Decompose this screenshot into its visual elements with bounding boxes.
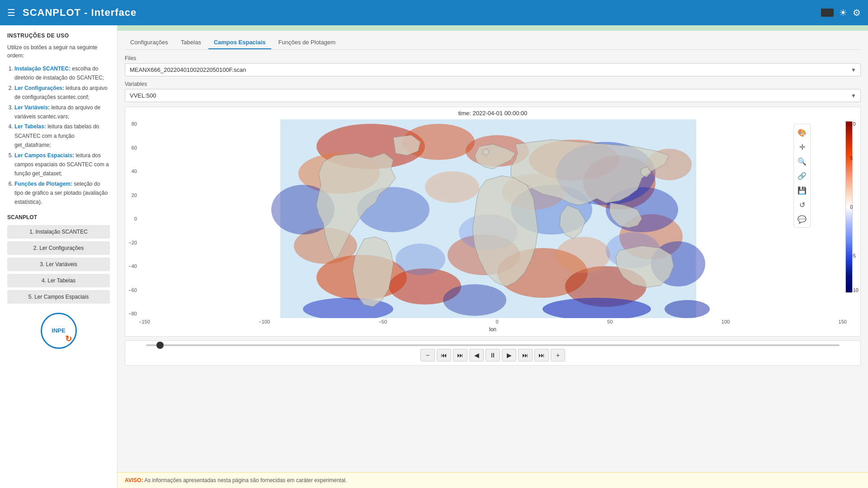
variables-label: Variables <box>125 81 861 87</box>
brightness-icon[interactable]: ☀ <box>839 7 847 18</box>
files-label: Files <box>125 55 861 61</box>
step-back-btn[interactable]: ⏭ <box>453 349 467 361</box>
top-bar <box>118 25 868 31</box>
main-content: Configurações Tabelas Campos Espaciais F… <box>118 25 868 488</box>
inpe-logo: INPE ↻ <box>7 313 110 349</box>
playback-slider-row <box>132 344 853 346</box>
btn-campos[interactable]: 5. Ler Campos Espaciais <box>7 290 110 304</box>
comment-btn[interactable]: 💬 <box>796 213 808 225</box>
tab-configuracoes[interactable]: Configurações <box>125 36 174 49</box>
map-toolbar: 🎨 ✛ 🔍 🔗 💾 ↺ 💬 <box>793 124 811 228</box>
map-container: time: 2022-04-01 00:00:00 80 60 40 20 0 … <box>125 107 861 337</box>
variables-select[interactable]: VVEL:500 <box>125 89 861 102</box>
map-canvas: 🎨 ✛ 🔍 🔗 💾 ↺ 💬 <box>139 119 838 318</box>
lon-axis: −150 −100 −50 0 50 100 150 <box>125 318 860 325</box>
playback-slider[interactable] <box>146 344 840 346</box>
skip-to-end-btn[interactable]: ⏭ <box>534 349 549 361</box>
instructions-list: Instalação SCANTEC: escolha do diretório… <box>7 64 110 207</box>
warning-bar: AVISO: As informações apresentadas nesta… <box>118 472 868 488</box>
scanplot-section-title: SCANPLOT <box>7 214 110 221</box>
svg-point-20 <box>443 284 506 316</box>
lon-axis-title: lon <box>125 325 860 333</box>
link-btn[interactable]: 🔗 <box>796 169 808 182</box>
speed-plus-btn[interactable]: + <box>551 349 565 361</box>
svg-point-29 <box>396 244 445 275</box>
files-row: Files MEANX666_20220401002022050100F.sca… <box>125 55 861 76</box>
playback-thumb[interactable] <box>156 342 164 349</box>
warning-text: As informações apresentadas nesta página… <box>144 477 347 483</box>
color-picker-btn[interactable]: 🎨 <box>796 126 808 139</box>
next-frame-btn[interactable]: ⏭ <box>518 349 533 361</box>
svg-point-24 <box>425 171 479 203</box>
tab-campos-espaciais[interactable]: Campos Espaciais <box>208 36 271 49</box>
zoom-btn[interactable]: 🔍 <box>796 155 808 168</box>
world-map-svg <box>139 119 838 318</box>
app-title: SCANPLOT - Interface <box>23 7 137 19</box>
btn-tabelas[interactable]: 4. Ler Tabelas <box>7 274 110 287</box>
speed-minus-btn[interactable]: − <box>420 349 435 361</box>
header-icons: ☀ ⚙ <box>821 7 861 18</box>
content-area: Configurações Tabelas Campos Espaciais F… <box>118 31 868 472</box>
tab-funcoes-plotagem[interactable]: Funções de Plotagem <box>273 36 341 49</box>
lat-axis: 80 60 40 20 0 −20 −40 −60 −80 <box>125 119 139 318</box>
prev-frame-btn[interactable]: ◀ <box>469 349 484 361</box>
btn-configuracoes[interactable]: 2. Ler Configurações <box>7 241 110 255</box>
skip-to-start-btn[interactable]: ⏮ <box>437 349 451 361</box>
play-btn[interactable]: ▶ <box>502 349 516 361</box>
app-header: ☰ SCANPLOT - Interface ☀ ⚙ <box>0 0 868 25</box>
save-btn[interactable]: 💾 <box>796 184 808 197</box>
colorbar: 10 5 0 −5 −10 <box>838 119 860 318</box>
instructions-title: INSTRUÇÕES DE USO <box>7 33 110 39</box>
files-select[interactable]: MEANX666_20220401002022050100F.scan <box>125 63 861 76</box>
sidebar: INSTRUÇÕES DE USO Utilize os botões a se… <box>0 25 118 488</box>
pause-btn[interactable]: ⏸ <box>486 349 500 361</box>
colorbar-labels: 10 5 0 −5 −10 <box>850 121 859 293</box>
refresh-btn[interactable]: ↺ <box>796 198 808 211</box>
tab-bar: Configurações Tabelas Campos Espaciais F… <box>125 36 861 50</box>
map-time-label: time: 2022-04-01 00:00:00 <box>125 107 860 119</box>
pan-btn[interactable]: ✛ <box>796 141 808 153</box>
settings-icon[interactable]: ⚙ <box>853 7 861 18</box>
toggle-icon[interactable] <box>821 9 834 17</box>
menu-icon[interactable]: ☰ <box>7 7 15 18</box>
svg-point-23 <box>665 300 710 318</box>
btn-variaveis[interactable]: 3. Ler Variáveis <box>7 258 110 271</box>
btn-instalacao[interactable]: 1. Instalação SCANTEC <box>7 225 110 239</box>
playback-container: − ⏮ ⏭ ◀ ⏸ ▶ ⏭ ⏭ + <box>125 340 861 366</box>
variables-row: Variables VVEL:500 ▼ <box>125 81 861 102</box>
playback-controls: − ⏮ ⏭ ◀ ⏸ ▶ ⏭ ⏭ + <box>132 349 853 361</box>
warning-bold: AVISO: <box>125 477 143 483</box>
tab-tabelas[interactable]: Tabelas <box>175 36 207 49</box>
svg-point-26 <box>556 237 610 273</box>
instructions-intro: Utilize os botões a seguir na seguinte o… <box>7 43 110 60</box>
